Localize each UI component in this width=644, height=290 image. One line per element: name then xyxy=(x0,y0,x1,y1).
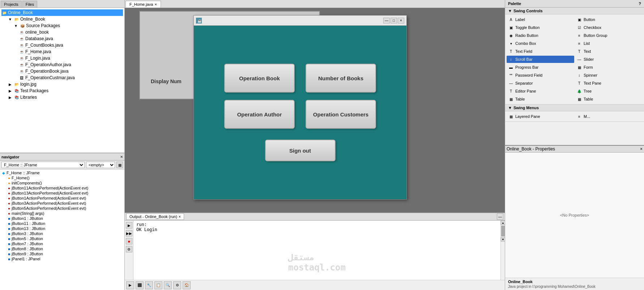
member-jbtn8[interactable]: ■ jButton8 : JButton xyxy=(1,246,124,251)
debug-button[interactable]: ▶▶ xyxy=(126,230,132,236)
palette-text-field[interactable]: T Text Field xyxy=(507,48,574,55)
member-constructor[interactable]: ● F_Home() xyxy=(1,175,124,180)
palette-form[interactable]: ▦ Form xyxy=(575,64,643,71)
status-btn-5[interactable]: 🔍 xyxy=(164,281,172,289)
tree-database-java[interactable]: ☕ online_book xyxy=(1,29,123,35)
status-btn-1[interactable]: ▶ xyxy=(126,281,134,289)
output-scrollbar[interactable]: ▲ ▼ xyxy=(500,221,505,280)
member-jbtn3action[interactable]: ● jButton3ActionPerformed(ActionEvent ev… xyxy=(1,201,124,206)
tab-files[interactable]: Files xyxy=(22,1,37,8)
filter-button[interactable]: ▦ xyxy=(116,162,123,168)
swing-menus-header[interactable]: ▼ Swing Menus xyxy=(505,105,644,111)
tree-fhome-java[interactable]: ☕ F_CountBooks.java xyxy=(1,42,123,48)
palette-slider[interactable]: — Slider xyxy=(575,56,643,63)
stop-button[interactable]: ■ xyxy=(126,238,132,244)
member-jbtn1[interactable]: ■ jButton1 : JButton xyxy=(1,216,124,221)
palette-tree[interactable]: 🌲 Tree xyxy=(575,88,643,95)
palette-table-2[interactable]: ▦ Table xyxy=(575,95,643,103)
tree-online-book-pkg[interactable]: ▼ 📦 Source Packages xyxy=(1,22,123,29)
sign-out-button[interactable]: Sign out xyxy=(265,140,336,161)
scroll-track xyxy=(501,226,505,236)
palette-label[interactable]: A Label xyxy=(507,16,574,23)
scroll-down-button[interactable]: ▼ xyxy=(501,237,505,242)
tab-projects[interactable]: Projects xyxy=(1,1,22,8)
settings-button[interactable]: ⚙ xyxy=(126,246,132,252)
test-pkg-icon: 📂 xyxy=(14,81,20,87)
palette-menu[interactable]: ≡ M... xyxy=(575,113,643,120)
editor-tab-fhome[interactable]: F_Home.java × xyxy=(125,1,161,8)
member-main[interactable]: ● main(String[] args) xyxy=(1,211,124,216)
operation-book-button[interactable]: Operation Book xyxy=(224,64,295,93)
member-jbtn7[interactable]: ■ jButton7 : JButton xyxy=(1,241,124,246)
palette-radio-button[interactable]: ◉ Radio Button xyxy=(507,32,574,39)
palette-password-field[interactable]: ** Password Field xyxy=(507,72,574,79)
editor-tab-close[interactable]: × xyxy=(154,2,157,7)
palette-text-pane[interactable]: T Text Pane xyxy=(575,80,643,87)
member-jbtn1action[interactable]: ● jButton1ActionPerformed(ActionEvent ev… xyxy=(1,196,124,201)
scroll-up-button[interactable]: ▲ xyxy=(501,221,505,225)
palette-progress-bar[interactable]: ▬ Progress Bar xyxy=(507,64,574,71)
tree-fopcustmar-java[interactable]: ☕ F_OperationBook.java xyxy=(1,68,123,74)
member-class[interactable]: ◆ F_Home :: JFrame xyxy=(1,170,124,175)
tree-test-libraries[interactable]: ▶ 📚 Libraries xyxy=(1,94,123,101)
tree-fopbook-java[interactable]: ☕ F_OperationAuthor.java xyxy=(1,61,123,68)
scroll-thumb[interactable] xyxy=(501,226,505,236)
palette-button-group[interactable]: ≡ Button Group xyxy=(575,32,643,39)
palette-checkbox[interactable]: ☑ Checkbox xyxy=(575,24,643,31)
swing-controls-header[interactable]: ▼ Swing Controls xyxy=(505,8,644,14)
tree-source-packages[interactable]: ▼ 📂 Online_Book xyxy=(1,16,123,22)
member-jbtn13action[interactable]: ● jButton13ActionPerformed(ActionEvent e… xyxy=(1,191,124,196)
palette-text[interactable]: T Text xyxy=(575,48,643,55)
class-select[interactable]: F_Home :: JFrame xyxy=(1,162,85,168)
palette-help[interactable]: ? xyxy=(639,1,641,6)
tree-test-packages[interactable]: ▶ 📂 login.jpg xyxy=(1,81,123,88)
palette-layered-pane[interactable]: ▦ Layered Pane xyxy=(507,113,574,120)
member-jbtn3[interactable]: ■ jButton3 : JButton xyxy=(1,231,124,236)
palette-table[interactable]: ▦ Table xyxy=(507,95,574,103)
member-initcomp[interactable]: ● initComponents() xyxy=(1,180,124,185)
palette-toggle-button[interactable]: ▣ Toggle Button xyxy=(507,24,574,31)
status-btn-7[interactable]: 🏠 xyxy=(183,281,191,289)
operation-customers-button[interactable]: Operation Customers xyxy=(306,100,376,129)
member-jpanel1[interactable]: ■ jPanel1 : JPanel xyxy=(1,256,124,261)
minimize-button[interactable]: — xyxy=(383,18,390,24)
status-btn-3[interactable]: 🔧 xyxy=(145,281,153,289)
close-button[interactable]: × xyxy=(398,18,404,24)
navigator-close-button[interactable]: × xyxy=(120,154,123,159)
status-btn-2[interactable]: ⬛ xyxy=(136,281,144,289)
tree-login-jpg[interactable]: 🖼 F_OperationCustmar.java xyxy=(1,74,123,81)
member-jbtn5[interactable]: ■ jButton5 : JButton xyxy=(1,236,124,241)
palette-list[interactable]: ≡ List xyxy=(575,40,643,47)
fopbook-label: F_OperationAuthor.java xyxy=(25,62,71,67)
tree-root[interactable]: 📁 Online_Book xyxy=(1,9,123,16)
status-btn-6[interactable]: ⚙ xyxy=(173,281,181,289)
method-icon-5: ● xyxy=(8,201,10,205)
operation-author-button[interactable]: Operation Author xyxy=(224,100,295,129)
status-btn-4[interactable]: 📋 xyxy=(154,281,162,289)
member-jbtn9[interactable]: ■ jButton9 : JButton xyxy=(1,251,124,256)
filter-select[interactable]: <empty> xyxy=(86,162,115,168)
tree-libraries[interactable]: ▶ 📚 Test Packages xyxy=(1,88,123,94)
palette-button-text: Button xyxy=(584,17,595,22)
output-tab[interactable]: Output - Online_Book (run) × xyxy=(126,213,184,220)
tree-flogin-java[interactable]: ☕ F_Home.java xyxy=(1,48,123,55)
palette-spinner[interactable]: ↕ Spinner xyxy=(575,72,643,79)
member-jbtn5action[interactable]: ● jButton5ActionPerformed(ActionEvent ev… xyxy=(1,206,124,211)
tree-fcountbooks-java[interactable]: ☕ Database.java xyxy=(1,35,123,42)
palette-separator[interactable]: — Separator xyxy=(507,80,574,87)
member-jbtn11[interactable]: ■ jButton11 : JButton xyxy=(1,221,124,226)
member-jbtn11action[interactable]: ● jButton11ActionPerformed(ActionEvent e… xyxy=(1,185,124,191)
output-collapse-button[interactable]: — xyxy=(497,213,503,220)
class-icon: ◆ xyxy=(2,171,5,175)
properties-close-button[interactable]: × xyxy=(640,146,643,152)
output-tab-close[interactable]: × xyxy=(179,215,181,219)
number-of-books-button[interactable]: Number of Books xyxy=(306,64,376,93)
palette-combo-box[interactable]: ▾ Combo Box xyxy=(507,40,574,47)
palette-button[interactable]: ▣ Button xyxy=(575,16,643,23)
palette-scroll-bar[interactable]: ↕ Scroll Bar xyxy=(507,56,574,63)
member-jbtn13[interactable]: ■ jButton13 : JButton xyxy=(1,226,124,231)
palette-editor-pane[interactable]: T Editor Pane xyxy=(507,88,574,95)
tree-fopauthor-java[interactable]: ☕ F_Login.java xyxy=(1,55,123,61)
maximize-button[interactable]: □ xyxy=(391,18,397,24)
run-button[interactable]: ▶ xyxy=(126,222,132,229)
